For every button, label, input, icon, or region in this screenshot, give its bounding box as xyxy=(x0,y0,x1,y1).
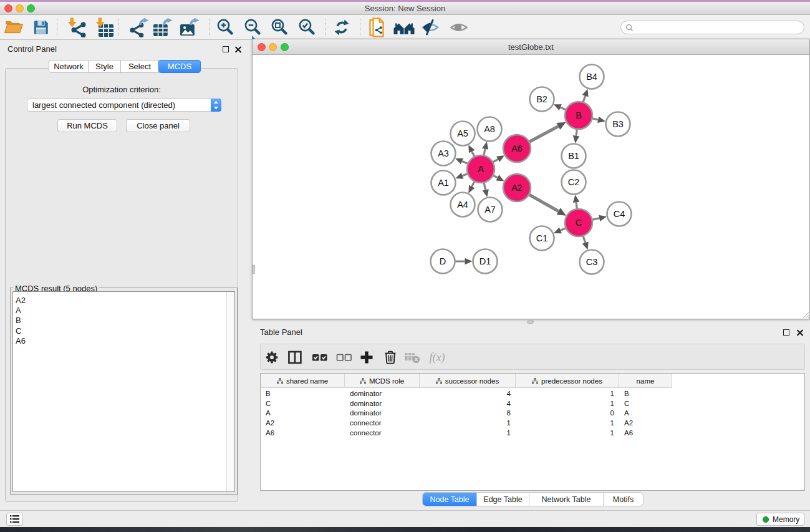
arrowhead-A-A1 xyxy=(455,173,463,179)
hide-selected-icon[interactable] xyxy=(420,17,441,38)
delete-row-icon[interactable] xyxy=(380,347,401,368)
tab-motifs[interactable]: Motifs xyxy=(604,493,643,506)
column-header-MCDS-role[interactable]: MCDS role xyxy=(345,374,420,388)
table-panel-float-icon[interactable] xyxy=(783,329,789,336)
panel-menu-button[interactable] xyxy=(6,513,23,526)
table-row-A6[interactable]: A6connector11A6 xyxy=(261,428,672,438)
toolbar-separator xyxy=(209,19,210,36)
column-header-successor-nodes[interactable]: successor nodes xyxy=(420,374,516,388)
open-file-icon[interactable] xyxy=(3,17,24,38)
search-input[interactable] xyxy=(620,21,804,34)
cell: C xyxy=(619,400,672,407)
table-panel-close-icon[interactable] xyxy=(796,329,803,336)
table-panel-title: Table Panel xyxy=(260,327,302,337)
toolbar-separator xyxy=(57,19,57,36)
show-hidden-icon[interactable] xyxy=(448,17,470,38)
refresh-layout-icon[interactable] xyxy=(331,17,352,38)
cell: 1 xyxy=(516,429,619,437)
import-network-icon[interactable] xyxy=(65,17,87,38)
zoom-selected-icon[interactable] xyxy=(296,17,317,38)
mcds-result-list[interactable]: A2ABCA6 xyxy=(12,291,235,492)
cell: 4 xyxy=(420,400,516,407)
table-row-C[interactable]: Cdominator41C xyxy=(261,399,672,409)
graph-node-label-A5: A5 xyxy=(457,128,468,138)
graph-node-label-C1: C1 xyxy=(536,233,548,243)
deselect-all-icon[interactable] xyxy=(334,347,355,368)
memory-status-icon xyxy=(763,516,769,523)
import-table-icon[interactable] xyxy=(94,17,115,38)
cell: 4 xyxy=(420,390,516,397)
tab-style[interactable]: Style xyxy=(89,60,121,73)
export-image-icon[interactable] xyxy=(179,17,200,38)
settings-gear-icon[interactable] xyxy=(261,347,282,368)
main-toolbar xyxy=(0,15,810,40)
node-table: shared nameMCDS rolesuccessor nodesprede… xyxy=(260,373,805,491)
mcds-result-item[interactable]: A6 xyxy=(16,336,26,346)
tab-edge-table[interactable]: Edge Table xyxy=(477,493,529,506)
table-row-A[interactable]: Adominator80A xyxy=(261,408,672,418)
column-header-predecessor-nodes[interactable]: predecessor nodes xyxy=(516,374,619,388)
graph-node-label-D1: D1 xyxy=(480,256,491,266)
control-panel-float-icon[interactable] xyxy=(223,46,229,52)
network-window-titlebar[interactable]: testGlobe.txt xyxy=(253,39,809,55)
status-bar: Memory xyxy=(0,510,810,527)
first-neighbors-icon[interactable] xyxy=(393,17,415,38)
table-tabs: Node TableEdge TableNetwork TableMotifs xyxy=(422,492,644,506)
table-header-row: shared nameMCDS rolesuccessor nodesprede… xyxy=(261,374,672,388)
new-network-from-selection-icon[interactable] xyxy=(367,17,388,38)
optimization-criterion-select[interactable]: largest connected component (directed) xyxy=(27,99,221,112)
dropdown-stepper-icon[interactable] xyxy=(211,99,221,112)
run-mcds-button[interactable]: Run MCDS xyxy=(57,119,117,132)
column-header-name[interactable]: name xyxy=(619,374,672,388)
mcds-result-item[interactable]: A xyxy=(16,306,21,315)
close-panel-button[interactable]: Close panel xyxy=(126,119,190,132)
graph-node-label-B4: B4 xyxy=(586,72,597,82)
tab-network[interactable]: Network xyxy=(49,60,89,73)
cell: A xyxy=(619,409,672,417)
main-titlebar[interactable]: Session: New Session xyxy=(0,2,810,15)
memory-button[interactable]: Memory xyxy=(756,513,804,526)
zoom-out-icon[interactable] xyxy=(242,17,263,38)
control-panel-close-icon[interactable] xyxy=(234,46,241,53)
zoom-fit-icon[interactable] xyxy=(269,17,290,38)
graph-node-label-A1: A1 xyxy=(438,178,449,188)
export-table-icon[interactable] xyxy=(152,17,173,38)
mcds-result-item[interactable]: A2 xyxy=(16,296,26,305)
session-title: Session: New Session xyxy=(0,4,810,13)
zoom-in-icon[interactable] xyxy=(215,17,236,38)
graph-node-label-A: A xyxy=(478,164,484,174)
graph-node-label-C3: C3 xyxy=(586,257,598,267)
save-session-icon[interactable] xyxy=(31,17,52,38)
mcds-result-item[interactable]: B xyxy=(16,316,21,325)
select-all-icon[interactable] xyxy=(309,347,330,368)
cell: A2 xyxy=(261,419,345,427)
arrowhead-C-C3 xyxy=(582,242,589,250)
cell: 8 xyxy=(420,409,516,417)
cell: A xyxy=(261,409,345,417)
graph-node-label-D: D xyxy=(440,256,446,266)
result-scrollbar[interactable] xyxy=(226,292,234,491)
column-header-shared-name[interactable]: shared name xyxy=(261,374,345,388)
add-row-icon[interactable] xyxy=(356,347,377,368)
tab-mcds[interactable]: MCDS xyxy=(158,60,201,73)
tab-node-table[interactable]: Node Table xyxy=(423,493,477,506)
tab-select[interactable]: Select xyxy=(121,60,159,73)
cell: 1 xyxy=(420,419,516,427)
mcds-result-item[interactable]: C xyxy=(16,326,21,336)
tab-network-table[interactable]: Network Table xyxy=(529,493,604,506)
cell: 1 xyxy=(516,400,619,407)
arrowhead-B-B4 xyxy=(582,89,589,97)
arrowhead-D-D1 xyxy=(465,258,473,265)
table-row-A2[interactable]: A2connector11A2 xyxy=(261,418,672,428)
graph-node-label-A2: A2 xyxy=(511,183,523,193)
cell: connector xyxy=(345,429,420,437)
network-graph-canvas[interactable]: B4B2BB3A5A8A6B1A3AC2A1A2A4A7C4CC1C3DD1 xyxy=(253,56,809,319)
split-divider-handle[interactable] xyxy=(527,320,534,324)
arrowhead-A-A8 xyxy=(482,142,488,150)
columns-icon[interactable] xyxy=(284,347,306,368)
cell: dominator xyxy=(345,400,420,407)
table-row-B[interactable]: Bdominator41B xyxy=(261,389,672,399)
control-panel-title: Control Panel xyxy=(7,44,57,54)
resize-grip-icon[interactable] xyxy=(802,311,809,319)
export-network-icon[interactable] xyxy=(128,17,150,38)
